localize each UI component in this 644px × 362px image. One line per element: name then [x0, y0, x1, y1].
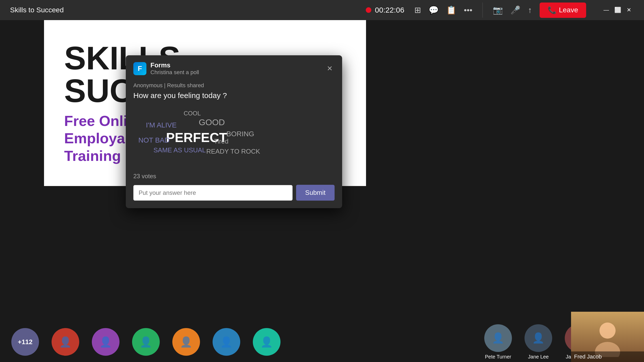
cloud-word-boring: BORING [226, 130, 254, 138]
participant-bar: +112 👤 👤 👤 👤 👤 👤 👤 P [0, 322, 644, 362]
title-bar: Skills to Succeed 00:22:06 ⊞ 💬 📋 ••• 📷 🎤… [0, 0, 644, 20]
avatar-1: 👤 [52, 328, 79, 356]
camera-icon[interactable]: 📷 [493, 5, 503, 15]
pete-name: Pete Turner [485, 354, 511, 360]
jane-name: Jane Lee [528, 354, 549, 360]
recording-dot [366, 7, 371, 13]
avatar-3: 👤 [132, 328, 160, 356]
fred-jacob-video: Fred Jacob [571, 312, 644, 362]
popup-header-left: F Forms Christina sent a poll [133, 61, 199, 76]
poll-meta: Anonymous | Results shared [133, 82, 335, 89]
toolbar-divider [482, 3, 483, 18]
word-cloud: PERFECTGOODCOOLI'M ALIVENOT BADBORINGTir… [133, 107, 335, 168]
minimize-button[interactable]: — [601, 5, 611, 15]
cloud-word-same-as-usual: SAME AS USUAL [153, 146, 206, 154]
notes-icon[interactable]: 📋 [446, 5, 456, 15]
chat-icon[interactable]: 💬 [429, 5, 439, 15]
fred-video-label: Fred Jacob [571, 351, 644, 362]
cloud-word-tired: Tired [214, 138, 228, 145]
participant-jane-lee: 👤 Jane Lee [518, 324, 558, 360]
recording-indicator: 00:22:06 [366, 6, 404, 14]
answer-row: Submit [133, 185, 335, 201]
participant-avatar-5: 👤 [206, 328, 247, 356]
cloud-word-not-bad: NOT BAD [138, 136, 170, 144]
poll-question: How are you feeling today ? [133, 91, 335, 100]
popup-close-button[interactable]: ✕ [325, 63, 335, 74]
recording-time: 00:22:06 [375, 6, 404, 14]
popup-body: Anonymous | Results shared How are you f… [126, 80, 342, 208]
participant-avatar-1: 👤 [45, 328, 86, 356]
answer-input[interactable] [133, 185, 293, 201]
avatar-6: 👤 [253, 328, 280, 356]
cloud-word-ready-to-rock: READY TO ROCK [206, 148, 260, 155]
fred-jacob-name: Fred Jacob [574, 353, 602, 360]
cloud-word-good: GOOD [199, 117, 225, 127]
popup-title-group: Forms Christina sent a poll [150, 61, 199, 76]
participants-icon[interactable]: ⊞ [414, 5, 421, 15]
window-controls: — ⬜ ✕ [601, 5, 634, 15]
popup-header: F Forms Christina sent a poll ✕ [126, 55, 342, 80]
more-icon[interactable]: ••• [464, 6, 472, 15]
avatar-4: 👤 [172, 328, 200, 356]
title-bar-left: Skills to Succeed [10, 6, 64, 14]
submit-button[interactable]: Submit [296, 185, 335, 201]
popup-app-name: Forms [150, 61, 199, 69]
leave-button[interactable]: 📞 Leave [540, 3, 586, 18]
participant-avatar-4: 👤 [166, 328, 206, 356]
svg-point-0 [599, 323, 616, 339]
jane-avatar: 👤 [525, 324, 552, 352]
cloud-word-cool: COOL [184, 110, 201, 117]
more-badge: +112 [11, 328, 39, 356]
restore-button[interactable]: ⬜ [613, 5, 623, 15]
more-participants[interactable]: +112 [5, 328, 45, 356]
participant-pete-turner: 👤 Pete Turner [478, 324, 518, 360]
close-button[interactable]: ✕ [624, 5, 634, 15]
votes-count: 23 votes [133, 173, 335, 180]
participant-avatar-3: 👤 [126, 328, 166, 356]
pete-avatar: 👤 [484, 324, 512, 352]
participant-avatar-2: 👤 [86, 328, 126, 356]
mic-icon[interactable]: 🎤 [510, 5, 520, 15]
forms-poll-popup: F Forms Christina sent a poll ✕ Anonymou… [126, 55, 342, 208]
window-title: Skills to Succeed [10, 6, 64, 14]
forms-app-icon: F [133, 62, 146, 75]
popup-sent-by: Christina sent a poll [150, 69, 199, 76]
share-icon[interactable]: ↑ [528, 6, 532, 15]
participant-avatar-6: 👤 [247, 328, 287, 356]
fred-silhouette [592, 317, 623, 357]
cloud-word-i-m-alive: I'M ALIVE [146, 121, 177, 129]
toolbar: ⊞ 💬 📋 ••• 📷 🎤 ↑ 📞 Leave [414, 3, 586, 18]
avatar-5: 👤 [213, 328, 240, 356]
avatar-2: 👤 [92, 328, 119, 356]
